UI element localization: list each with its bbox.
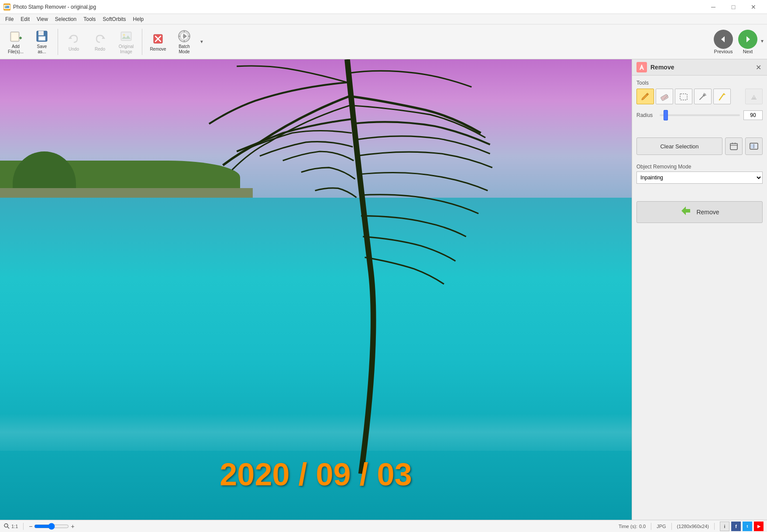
twitter-button[interactable]: t xyxy=(743,522,752,531)
magic-wand-tool-button[interactable] xyxy=(694,89,712,104)
svg-rect-42 xyxy=(730,144,737,145)
snapshot-button-1[interactable] xyxy=(725,137,743,155)
svg-point-50 xyxy=(4,524,8,527)
zoom-level: 1:1 xyxy=(11,524,18,529)
next-label: Next xyxy=(743,49,753,54)
zoom-indicator: 1:1 xyxy=(3,523,18,530)
tools-spacer xyxy=(636,129,763,137)
maximize-button[interactable]: □ xyxy=(723,0,743,14)
window-controls: ─ □ ✕ xyxy=(703,0,764,14)
svg-rect-30 xyxy=(660,94,668,101)
tools-row xyxy=(636,89,763,104)
status-divider-2 xyxy=(651,523,651,530)
menu-help[interactable]: Help xyxy=(130,15,148,23)
tool-spacer xyxy=(733,89,743,104)
batch-mode-button[interactable]: Batch Mode xyxy=(172,27,196,57)
zoom-minus-icon[interactable]: − xyxy=(29,523,32,530)
svg-point-21 xyxy=(183,35,186,38)
remove-action-button[interactable]: Remove xyxy=(636,201,763,223)
next-icon xyxy=(738,30,757,49)
palm-frond-overlay xyxy=(126,59,568,474)
window-title: Photo Stamp Remover - original.jpg xyxy=(13,4,96,10)
youtube-button[interactable]: ▶ xyxy=(754,522,764,531)
previous-nav-button[interactable]: Previous xyxy=(712,28,735,56)
image-canvas: 2020 / 09 / 03 xyxy=(0,59,632,520)
svg-line-36 xyxy=(705,94,706,95)
zoom-slider[interactable] xyxy=(34,523,69,530)
toolbar-dropdown-button[interactable]: ▼ xyxy=(198,27,205,57)
add-files-button[interactable]: Add File(s)... xyxy=(3,27,28,57)
svg-marker-27 xyxy=(746,36,750,42)
radius-thumb[interactable] xyxy=(664,110,668,120)
svg-rect-10 xyxy=(39,37,45,40)
batch-mode-icon xyxy=(177,29,191,43)
date-stamp: 2020 / 09 / 03 xyxy=(220,456,412,492)
time-value: 0.0 xyxy=(639,524,646,529)
eraser-tool-button[interactable] xyxy=(656,89,673,104)
image-area[interactable]: 2020 / 09 / 03 xyxy=(0,59,632,520)
save-as-button[interactable]: Save as... xyxy=(30,27,54,57)
brush-tool-button[interactable] xyxy=(636,89,654,104)
menu-file[interactable]: File xyxy=(2,15,17,23)
svg-rect-40 xyxy=(751,99,757,100)
action-row: Clear Selection xyxy=(636,137,763,155)
menu-selection[interactable]: Selection xyxy=(52,15,80,23)
nav-dropdown-area: ▾ xyxy=(761,38,764,46)
toolbar-divider-2 xyxy=(142,29,142,55)
add-files-label: Add File(s)... xyxy=(8,44,24,55)
undo-icon xyxy=(67,32,81,46)
toolbox-title-area: Remove xyxy=(636,62,674,72)
minimize-button[interactable]: ─ xyxy=(703,0,723,14)
original-image-button[interactable]: Original Image xyxy=(114,27,138,57)
color-select-tool-button[interactable] xyxy=(713,89,731,104)
svg-rect-47 xyxy=(751,144,754,148)
title-bar: Photo Stamp Remover - original.jpg ─ □ ✕ xyxy=(0,0,767,14)
save-as-label: Save as... xyxy=(37,44,47,55)
undo-button[interactable]: Undo xyxy=(62,27,86,57)
svg-rect-39 xyxy=(753,95,755,98)
menu-softorbits[interactable]: SoftOrbits xyxy=(99,15,129,23)
toolbox-panel: Remove ✕ Tools xyxy=(632,59,767,520)
radius-label: Radius xyxy=(636,112,656,118)
snapshot-button-2[interactable] xyxy=(745,137,763,155)
mode-spacer xyxy=(636,192,763,201)
zoom-plus-icon[interactable]: + xyxy=(71,523,74,530)
toolbox-header: Remove ✕ xyxy=(632,59,767,76)
facebook-button[interactable]: f xyxy=(731,522,741,531)
toolbox-close-button[interactable]: ✕ xyxy=(754,63,763,72)
redo-button[interactable]: Redo xyxy=(88,27,112,57)
remove-icon xyxy=(151,32,165,46)
svg-marker-49 xyxy=(681,206,690,215)
next-nav-button[interactable]: Next xyxy=(736,28,759,56)
original-image-label: Original Image xyxy=(119,44,134,55)
remove-btn-area: Remove xyxy=(636,201,763,223)
radius-input[interactable] xyxy=(743,110,763,120)
svg-marker-26 xyxy=(721,36,725,42)
menu-view[interactable]: View xyxy=(33,15,52,23)
toolbar: Add File(s)... Save as... Undo xyxy=(0,24,767,59)
svg-rect-4 xyxy=(11,33,18,41)
previous-label: Previous xyxy=(714,49,733,54)
toolbox-title: Remove xyxy=(650,64,674,71)
batch-mode-label: Batch Mode xyxy=(179,44,190,55)
clear-selection-button[interactable]: Clear Selection xyxy=(636,137,722,155)
menu-edit[interactable]: Edit xyxy=(17,15,33,23)
remove-toolbar-button[interactable]: Remove xyxy=(146,27,170,57)
object-removing-mode-select[interactable]: Inpainting Content Aware Fill Smart Fill xyxy=(636,172,763,184)
remove-toolbar-label: Remove xyxy=(150,47,166,51)
close-button[interactable]: ✕ xyxy=(743,0,764,14)
radius-slider[interactable] xyxy=(660,114,740,116)
svg-rect-32 xyxy=(680,94,687,100)
format-display: JPG xyxy=(657,524,666,529)
object-removing-mode-label: Object Removing Mode xyxy=(636,164,763,170)
status-divider-3 xyxy=(671,523,672,530)
rect-select-tool-button[interactable] xyxy=(675,89,692,104)
nav-dropdown-arrow[interactable]: ▾ xyxy=(761,38,764,44)
menu-tools[interactable]: Tools xyxy=(80,15,99,23)
tools-section-label: Tools xyxy=(636,80,763,86)
stamp-tool-button[interactable] xyxy=(745,89,763,104)
info-button[interactable]: i xyxy=(720,522,729,531)
radius-row: Radius xyxy=(636,110,763,120)
previous-icon xyxy=(714,30,733,49)
toolbox-body: Tools xyxy=(632,76,767,520)
